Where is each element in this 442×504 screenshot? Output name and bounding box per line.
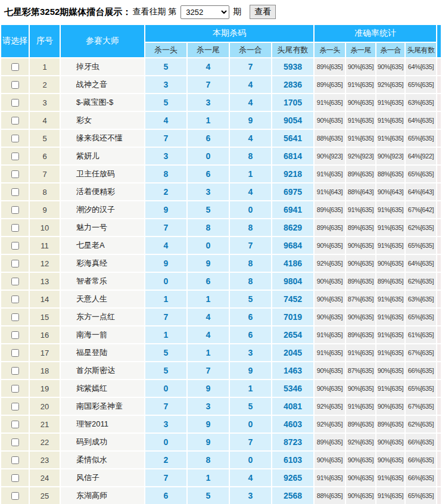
row-select-checkbox[interactable]	[11, 117, 19, 125]
view-button[interactable]: 查看	[250, 5, 276, 19]
acc-kill-head: 90%[635]	[315, 380, 345, 397]
kill-tail-value: 4	[188, 58, 229, 75]
kill-head-value: 3	[145, 416, 186, 433]
acc-kill-tail: 90%[635]	[346, 487, 375, 504]
table-row: 22码到成功097872389%[635]92%[635]90%[635]66%…	[1, 434, 441, 450]
row-select-checkbox[interactable]	[11, 81, 19, 89]
row-select-checkbox[interactable]	[11, 153, 19, 160]
table-row: 3$-藏宝图-$534170591%[635]90%[635]91%[635]6…	[1, 94, 441, 111]
table-row: 4彩女419905490%[635]91%[635]91%[635]64%[63…	[1, 112, 441, 129]
row-index: 2	[30, 76, 60, 93]
row-select-checkbox[interactable]	[11, 170, 19, 178]
acc-kill-sum: 91%[635]	[376, 219, 404, 236]
view-past-label: 查看往期 第	[132, 7, 176, 17]
row-select-checkbox[interactable]	[11, 474, 19, 482]
row-index: 21	[30, 416, 60, 433]
col-header-kill-head: 杀一头	[145, 43, 186, 57]
kill-tail-value: 5	[188, 487, 229, 504]
row-select-checkbox[interactable]	[11, 99, 19, 107]
row-select-checkbox[interactable]	[11, 492, 19, 500]
kill-tail-value: 1	[188, 291, 229, 307]
acc-kill-head: 89%[635]	[315, 58, 345, 75]
row-select-checkbox[interactable]	[11, 421, 19, 428]
row-select-checkbox[interactable]	[11, 260, 19, 267]
row-select-checkbox[interactable]	[11, 456, 19, 464]
table-row: 8活着便精彩234697591%[643]88%[643]90%[643]64%…	[1, 183, 441, 200]
master-name: 姹紫嫣红	[61, 380, 144, 397]
kill-tail-value: 5	[188, 201, 229, 218]
row-index: 7	[30, 166, 60, 182]
select-cell	[1, 398, 29, 415]
row-select-checkbox[interactable]	[11, 278, 19, 285]
kill-head-value: 0	[145, 380, 186, 397]
row-select-checkbox[interactable]	[11, 313, 19, 321]
row-index: 15	[30, 309, 60, 325]
headtail-digits-value: 1463	[272, 362, 313, 379]
master-name: 彩女	[61, 112, 144, 129]
headtail-digits-value: 4081	[272, 398, 313, 415]
select-cell	[1, 130, 29, 147]
table-row: 21理智2011390460392%[635]89%[635]89%[635]6…	[1, 416, 441, 433]
cutoff-column-cell	[437, 273, 441, 290]
row-select-checkbox[interactable]	[11, 438, 19, 446]
row-select-checkbox[interactable]	[11, 295, 19, 303]
headtail-digits-value: 9218	[272, 166, 313, 182]
acc-kill-head: 88%[635]	[315, 487, 345, 504]
acc-kill-sum: 89%[635]	[376, 416, 404, 433]
kill-head-value: 5	[145, 344, 186, 361]
kill-tail-value: 8	[188, 452, 229, 468]
acc-headtail: 65%[635]	[406, 130, 436, 147]
cutoff-column-cell	[437, 291, 441, 307]
select-cell	[1, 237, 29, 254]
headtail-digits-value: 4186	[272, 255, 313, 272]
kill-sum-value: 8	[230, 148, 271, 164]
row-select-checkbox[interactable]	[11, 403, 19, 410]
row-select-checkbox[interactable]	[11, 188, 19, 196]
select-cell	[1, 344, 29, 361]
select-cell	[1, 452, 29, 468]
kill-head-value: 5	[145, 362, 186, 379]
row-select-checkbox[interactable]	[11, 242, 19, 250]
row-select-checkbox[interactable]	[11, 135, 19, 142]
cutoff-column-cell	[437, 344, 441, 361]
row-select-checkbox[interactable]	[11, 385, 19, 393]
acc-kill-tail: 92%[635]	[346, 434, 375, 450]
kill-tail-value: 7	[188, 362, 229, 379]
acc-headtail: 67%[642]	[406, 201, 436, 218]
kill-sum-value: 4	[230, 76, 271, 93]
select-cell	[1, 112, 29, 129]
row-select-checkbox[interactable]	[11, 224, 19, 232]
kill-head-value: 6	[145, 487, 186, 504]
row-select-checkbox[interactable]	[11, 349, 19, 357]
acc-kill-head: 89%[635]	[315, 434, 345, 450]
kill-head-value: 7	[145, 130, 186, 147]
table-row: 25东湖高师653256888%[635]90%[635]91%[635]65%…	[1, 487, 441, 504]
table-row: 10魅力一号788862989%[635]89%[635]91%[635]62%…	[1, 219, 441, 236]
kill-tail-value: 0	[188, 148, 229, 164]
row-select-checkbox[interactable]	[11, 63, 19, 71]
cutoff-column-cell	[437, 452, 441, 468]
kill-head-value: 1	[145, 326, 186, 343]
acc-kill-head: 90%[635]	[315, 291, 345, 307]
kill-tail-value: 3	[188, 94, 229, 111]
acc-headtail: 63%[635]	[406, 291, 436, 307]
acc-kill-tail: 91%[635]	[346, 201, 375, 218]
acc-kill-tail: 91%[635]	[346, 344, 375, 361]
acc-kill-sum: 91%[635]	[376, 469, 404, 486]
table-row: 13智者常乐068980490%[635]89%[635]89%[635]62%…	[1, 273, 441, 290]
cutoff-column-header	[437, 25, 441, 57]
row-select-checkbox[interactable]	[11, 331, 19, 339]
acc-kill-sum: 91%[635]	[376, 309, 404, 325]
period-select[interactable]: 3252	[180, 5, 229, 19]
acc-kill-head: 90%[635]	[315, 237, 345, 254]
table-row: 24风信子714926591%[635]90%[635]91%[635]66%[…	[1, 469, 441, 486]
master-name: 彩海真经	[61, 255, 144, 272]
kill-tail-value: 3	[188, 398, 229, 415]
row-select-checkbox[interactable]	[11, 206, 19, 214]
table-row: 14天意人生115745290%[635]87%[635]91%[635]63%…	[1, 291, 441, 307]
acc-kill-head: 92%[635]	[315, 416, 345, 433]
cutoff-column-cell	[437, 255, 441, 272]
headtail-digits-value: 9054	[272, 112, 313, 129]
row-select-checkbox[interactable]	[11, 367, 19, 375]
cutoff-column-cell	[437, 309, 441, 325]
